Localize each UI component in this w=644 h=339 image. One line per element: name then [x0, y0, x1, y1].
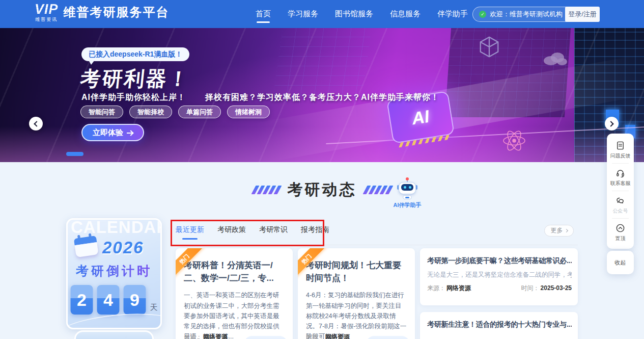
news-time: 时间：2025-03-25	[521, 284, 572, 293]
news-source: 来源：网络资源	[184, 330, 228, 339]
try-now-button[interactable]: 立即体验	[81, 124, 144, 141]
tag-emotion-tree-hole[interactable]: 情绪树洞	[227, 106, 270, 118]
try-now-label: 立即体验	[93, 128, 123, 138]
more-label: 更多	[551, 226, 563, 235]
headset-icon	[615, 168, 625, 178]
news-title: 考研科普！分清英语一/二、数学一/二/三，专...	[184, 259, 285, 284]
nav-item-home[interactable]: 首页	[256, 6, 271, 22]
calendar-icon	[72, 232, 101, 259]
tag-smart-qa[interactable]: 智能问答	[80, 106, 123, 118]
tag-single-doc-qa[interactable]: 单篇问答	[178, 106, 221, 118]
main-content: 考研动态 AI伴学助手 CALENDAR 202	[0, 162, 644, 339]
nav-item-info-services[interactable]: 信息服务	[390, 6, 421, 22]
chevron-right-icon	[608, 121, 613, 126]
countdown-unit: 天	[150, 303, 158, 315]
view-detail-button[interactable]: 查看详情	[366, 336, 410, 339]
view-detail-button[interactable]: 查看详情	[244, 336, 288, 339]
slash-decoration-left	[254, 186, 279, 194]
news-card[interactable]: 热门 考研时间规划！七大重要时间节点！ 4-6月：复习的基础阶段我们在进行第一轮…	[298, 248, 415, 339]
countdown-digit: 2	[71, 285, 93, 315]
news-card[interactable]: 考研第一步到底要干嘛？这些考研基础常识必... 无论是大三，还是又将坚定信念准备…	[420, 248, 578, 305]
chevron-right-icon	[564, 229, 568, 232]
nav-item-library-services[interactable]: 图书馆服务	[335, 6, 373, 22]
check-icon: ✓	[479, 11, 486, 18]
wechat-official-button[interactable]: 公众号	[607, 191, 634, 219]
carousel-prev-button[interactable]	[29, 117, 43, 131]
news-source: 来源：网络资源	[427, 284, 471, 293]
section-title: 考研动态	[288, 179, 357, 200]
tag-school-choice[interactable]: 智能择校	[129, 106, 172, 118]
countdown-digits: 2 4 9 天	[71, 285, 158, 315]
account-dropdown[interactable]: ✓ 欢迎：维普考研测试机构	[472, 7, 577, 22]
main-nav: 首页 学习服务 图书馆服务 信息服务 伴学助手	[256, 0, 468, 28]
hero-subtitle: AI伴学助手助你轻松上岸！ 择校有困难？学习效率低？备考压力大？AI伴学助手来帮…	[81, 92, 439, 103]
news-panel: 最近更新 考研政策 考研常识 报考指南 更多 热门 考研科普！分清英语一/二、数…	[176, 223, 578, 245]
cloud-3d-icon	[541, 48, 568, 67]
news-card[interactable]: 考研新生注意！适合的报考的十大热门专业与...	[420, 312, 578, 339]
ai-chip-text: AI	[410, 106, 431, 128]
tabs-divider	[176, 245, 578, 245]
top-navbar: VIP 维普资讯 维普考研服务平台 首页 学习服务 图书馆服务 信息服务 伴学助…	[0, 0, 644, 28]
more-button[interactable]: 更多	[544, 225, 574, 237]
feature-tags: 智能问答 智能择校 单篇问答 情绪树洞	[80, 106, 270, 118]
countdown-digit: 9	[124, 285, 146, 315]
hero-carousel: AI 已接入deepseek-R1满血版！ 考研利器！ AI伴学助手助你轻松上岸…	[0, 28, 644, 162]
ai-assistant-label: AI伴学助手	[392, 201, 423, 209]
customer-service-label: 联系客服	[610, 180, 631, 187]
site-logo[interactable]: VIP 维普资讯 维普考研服务平台	[35, 3, 170, 22]
logo-vip-text: VIP	[35, 3, 59, 16]
countdown-card: CALENDAR 2026 考研倒计时 2 4 9 天	[66, 218, 162, 329]
carousel-indicator[interactable]	[66, 152, 83, 156]
nav-item-study-assistant[interactable]: 伴学助手	[437, 6, 468, 22]
floating-toolbar: 问题反馈 联系客服 公众号 置顶	[607, 134, 634, 249]
news-card[interactable]: 热门 考研科普！分清英语一/二、数学一/二/三，专... 一、英语一和英语二的区…	[176, 248, 293, 339]
feedback-button[interactable]: 问题反馈	[607, 136, 634, 164]
cube-3d-icon	[478, 35, 501, 59]
login-register-button[interactable]: 登录/注册	[565, 7, 600, 22]
feedback-label: 问题反馈	[610, 152, 631, 160]
deepseek-badge: 已接入deepseek-R1满血版！	[81, 47, 189, 61]
tab-application-guide[interactable]: 报考指南	[301, 223, 329, 242]
news-title: 考研新生注意！适合的报考的十大热门专业与...	[427, 320, 572, 329]
chevron-left-icon	[34, 121, 39, 126]
back-to-top-button[interactable]: 置顶	[607, 219, 634, 246]
slash-decoration-right	[365, 186, 391, 194]
site-title: 维普考研服务平台	[64, 4, 170, 20]
tab-common-knowledge[interactable]: 考研常识	[259, 223, 288, 242]
welcome-text: 欢迎：维普考研测试机构	[490, 10, 563, 19]
wechat-official-label: 公众号	[613, 207, 628, 215]
robot-mascot-icon	[397, 178, 417, 200]
news-title: 考研时间规划！七大重要时间节点！	[306, 259, 407, 284]
countdown-digit: 4	[97, 285, 120, 315]
news-tabs: 最近更新 考研政策 考研常识 报考指南 更多	[176, 223, 578, 245]
countdown-title: 考研倒计时	[68, 263, 160, 279]
circle-arrow-up-icon	[615, 223, 625, 233]
news-excerpt: 无论是大三，还是又将坚定信念准备二战的同学，考...	[427, 271, 572, 279]
section-header: 考研动态	[0, 179, 644, 200]
arrow-right-icon	[127, 130, 133, 135]
tab-policy[interactable]: 考研政策	[217, 223, 246, 242]
nav-item-study-services[interactable]: 学习服务	[288, 6, 318, 22]
tab-latest-updates[interactable]: 最近更新	[176, 223, 204, 242]
next-card-peek	[74, 330, 154, 339]
countdown-year: 2026	[102, 238, 144, 257]
hero-subtitle-2: 择校有困难？学习效率低？备考压力大？AI伴学助手来帮你！	[205, 92, 439, 103]
logo-subtext: 维普资讯	[35, 17, 58, 22]
feedback-doc-icon	[615, 141, 625, 150]
atom-icon	[501, 128, 527, 153]
collapse-toolbar-button[interactable]: 收起	[607, 251, 634, 274]
customer-service-button[interactable]: 联系客服	[607, 164, 634, 191]
news-title: 考研第一步到底要干嘛？这些考研基础常识必...	[427, 256, 572, 266]
wechat-icon	[615, 196, 625, 205]
hero-title: 考研利器！	[79, 65, 191, 93]
ai-assistant-entry[interactable]: AI伴学助手	[392, 178, 423, 209]
back-to-top-label: 置顶	[615, 235, 626, 242]
news-source: 来源：网络资源	[306, 330, 350, 339]
page: VIP 维普资讯 维普考研服务平台 首页 学习服务 图书馆服务 信息服务 伴学助…	[0, 0, 644, 339]
vip-logo-icon: VIP 维普资讯	[35, 3, 59, 22]
hero-subtitle-1: AI伴学助手助你轻松上岸！	[81, 92, 186, 103]
carousel-next-button[interactable]	[605, 117, 619, 131]
